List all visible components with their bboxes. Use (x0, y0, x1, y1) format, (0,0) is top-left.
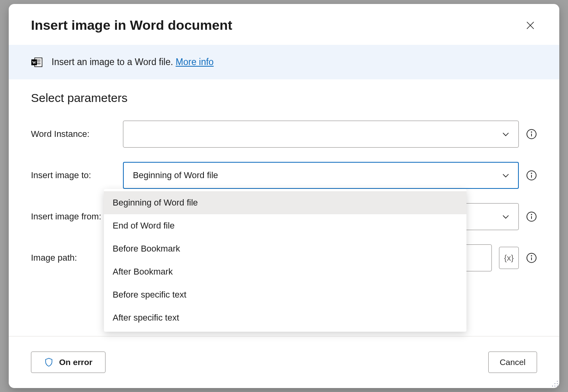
svg-point-22 (555, 383, 555, 384)
cancel-button[interactable]: Cancel (488, 352, 537, 373)
chevron-down-icon (501, 129, 510, 139)
dialog-title: Insert image in Word document (31, 17, 232, 33)
dropdown-option[interactable]: Before Bookmark (104, 237, 466, 260)
info-icon[interactable] (526, 211, 537, 222)
chevron-down-icon (501, 212, 510, 221)
svg-point-20 (557, 381, 558, 382)
close-button[interactable] (524, 19, 537, 32)
dialog-footer: On error Cancel (9, 336, 559, 388)
variable-button[interactable]: {x} (499, 247, 519, 269)
select-value: Beginning of Word file (133, 170, 218, 181)
insert-to-select[interactable]: Beginning of Word file (123, 162, 519, 189)
banner-text: Insert an image to a Word file. More inf… (52, 57, 214, 67)
info-icon[interactable] (526, 170, 537, 181)
dropdown-option[interactable]: Before specific text (104, 283, 466, 306)
svg-point-25 (552, 386, 553, 386)
shield-icon (44, 357, 54, 367)
dialog-header: Insert image in Word document (9, 4, 559, 45)
on-error-button[interactable]: On error (31, 352, 106, 373)
info-icon[interactable] (526, 252, 537, 263)
param-label: Insert image to: (31, 170, 123, 181)
svg-text:W: W (32, 60, 36, 64)
insert-to-dropdown: Beginning of Word file End of Word file … (104, 189, 466, 332)
more-info-link[interactable]: More info (176, 57, 214, 67)
svg-point-23 (557, 386, 558, 386)
info-banner: W Insert an image to a Word file. More i… (9, 45, 559, 79)
on-error-label: On error (59, 357, 92, 367)
section-title: Select parameters (31, 91, 537, 105)
svg-point-10 (531, 132, 532, 132)
chevron-down-icon (501, 171, 510, 180)
dropdown-option[interactable]: After specific text (104, 306, 466, 329)
word-instance-select[interactable] (123, 121, 519, 148)
svg-point-19 (531, 256, 532, 256)
dropdown-option[interactable]: Beginning of Word file (104, 191, 466, 214)
svg-point-24 (555, 386, 555, 386)
cancel-label: Cancel (500, 357, 526, 367)
dropdown-option[interactable]: After Bookmark (104, 260, 466, 283)
param-row-insert-to: Insert image to: Beginning of Word file … (31, 162, 537, 189)
info-icon[interactable] (526, 129, 537, 140)
resize-grip-icon[interactable] (551, 380, 558, 387)
param-label: Word Instance: (31, 129, 123, 139)
close-icon (525, 20, 535, 31)
svg-point-16 (531, 214, 532, 215)
variable-icon: {x} (504, 253, 514, 263)
dialog: Insert image in Word document W Insert a… (9, 4, 559, 388)
dropdown-option[interactable]: End of Word file (104, 214, 466, 237)
banner-description: Insert an image to a Word file. (52, 57, 176, 67)
dialog-content: Select parameters Word Instance: Insert … (9, 79, 559, 336)
word-icon: W (31, 57, 43, 67)
svg-point-21 (557, 383, 558, 384)
svg-point-13 (531, 173, 532, 173)
param-row-word-instance: Word Instance: (31, 121, 537, 148)
